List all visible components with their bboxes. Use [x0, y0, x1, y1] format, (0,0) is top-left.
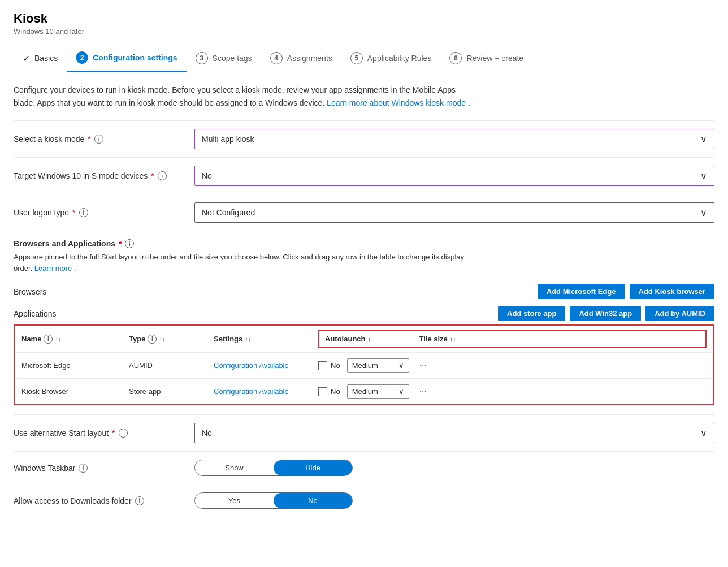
wizard-step-assignments[interactable]: 4 Assignments — [261, 45, 341, 71]
type-sort-icon[interactable]: ↑↓ — [159, 336, 165, 343]
step-num-5: 5 — [350, 52, 363, 64]
row1-name: Microsoft Edge — [21, 361, 129, 370]
row2-tilesize-dropdown[interactable]: Medium ∨ — [347, 384, 409, 399]
row2-tilesize-arrow: ∨ — [398, 387, 404, 396]
wizard-step-applicability[interactable]: 5 Applicability Rules — [341, 45, 441, 71]
downloads-no-option[interactable]: No — [274, 493, 352, 508]
downloads-info-icon[interactable]: i — [135, 496, 144, 505]
row2-more-icon[interactable]: ··· — [419, 387, 427, 397]
learn-more-link[interactable]: Learn more — [34, 264, 72, 272]
step-num-6: 6 — [449, 52, 462, 64]
row2-type: Store app — [129, 387, 214, 396]
tilesize-sort-icon[interactable]: ↑↓ — [450, 336, 456, 343]
row1-tilesize-arrow: ∨ — [398, 361, 404, 370]
type-info-icon[interactable]: i — [148, 335, 157, 344]
downloads-toggle-control[interactable]: Yes No — [194, 492, 353, 509]
wizard-step-scope[interactable]: 3 Scope tags — [187, 45, 261, 71]
row2-autolaunch-checkbox[interactable] — [318, 387, 327, 396]
browsers-apps-info-icon[interactable]: i — [125, 239, 134, 248]
add-microsoft-edge-button[interactable]: Add Microsoft Edge — [538, 284, 625, 299]
table-row: Kiosk Browser Store app Configuration Av… — [15, 379, 713, 404]
user-logon-label: User logon type * i — [14, 208, 194, 217]
wizard-step-basics[interactable]: ✓ Basics — [14, 46, 67, 71]
add-win32-app-button[interactable]: Add Win32 app — [570, 306, 641, 321]
wizard-step-applicability-label: Applicability Rules — [367, 54, 432, 63]
taskbar-show-option[interactable]: Show — [195, 460, 274, 475]
row1-settings[interactable]: Configuration Available — [214, 361, 318, 370]
wizard-step-configuration-label: Configuration settings — [93, 53, 177, 62]
kiosk-mode-info-icon[interactable]: i — [94, 135, 103, 144]
alt-start-arrow-icon: ∨ — [700, 428, 707, 439]
row1-more-icon[interactable]: ··· — [419, 361, 427, 371]
applications-action-row: Applications Add store app Add Win32 app… — [14, 302, 714, 324]
user-logon-info-icon[interactable]: i — [79, 208, 88, 217]
windows-taskbar-toggle: Show Hide — [194, 460, 714, 476]
name-info-icon[interactable]: i — [44, 335, 53, 344]
browsers-btn-group: Add Microsoft Edge Add Kiosk browser — [81, 284, 714, 299]
add-kiosk-browser-button[interactable]: Add Kiosk browser — [630, 284, 714, 299]
kiosk-mode-control: Multi app kiosk ∨ — [194, 129, 714, 149]
target-windows-arrow-icon: ∨ — [700, 171, 707, 181]
row2-name: Kiosk Browser — [21, 387, 129, 396]
kiosk-mode-dropdown[interactable]: Multi app kiosk ∨ — [194, 129, 714, 149]
alt-start-value: No — [202, 429, 212, 438]
user-logon-value: Not Configured — [202, 208, 255, 217]
alt-start-layout-label: Use alternative Start layout * i — [14, 429, 194, 438]
add-store-app-button[interactable]: Add store app — [498, 306, 565, 321]
row1-tilesize-dropdown[interactable]: Medium ∨ — [347, 358, 409, 373]
user-logon-required: * — [72, 208, 75, 217]
kiosk-mode-arrow-icon: ∨ — [700, 134, 707, 145]
table-row: Microsoft Edge AUMID Configuration Avail… — [15, 353, 713, 379]
wizard-step-configuration[interactable]: 2 Configuration settings — [67, 45, 186, 72]
add-by-aumid-button[interactable]: Add by AUMID — [645, 306, 714, 321]
kiosk-mode-value: Multi app kiosk — [202, 135, 254, 144]
wizard-step-assignments-label: Assignments — [287, 54, 332, 63]
apps-table: Name i ↑↓ Type i ↑↓ Settings ↑↓ — [14, 324, 714, 405]
row2-autolaunch-tilesize: No Medium ∨ ··· — [318, 384, 707, 399]
downloads-yes-option[interactable]: Yes — [195, 493, 274, 508]
alt-start-dropdown[interactable]: No ∨ — [194, 423, 714, 443]
check-icon: ✓ — [23, 53, 30, 64]
kiosk-mode-row: Select a kiosk mode * i Multi app kiosk … — [14, 120, 714, 157]
description-period: . — [468, 98, 470, 107]
wizard-step-scope-label: Scope tags — [213, 54, 252, 63]
target-windows-row: Target Windows 10 in S mode devices * i … — [14, 157, 714, 194]
row1-autolaunch-checkbox[interactable] — [318, 361, 327, 370]
row2-tilesize-value: Medium — [352, 387, 378, 396]
page-title: Kiosk — [14, 11, 714, 26]
windows-taskbar-label: Windows Taskbar i — [14, 464, 194, 473]
row1-autolaunch-wrap: No — [318, 361, 340, 370]
applications-label: Applications — [14, 309, 81, 318]
autolaunch-sort-icon[interactable]: ↑↓ — [368, 336, 374, 343]
step-num-3: 3 — [196, 52, 208, 64]
taskbar-toggle-control[interactable]: Show Hide — [194, 460, 353, 476]
name-sort-icon[interactable]: ↑↓ — [55, 336, 61, 343]
page-subtitle: Windows 10 and later — [14, 27, 714, 36]
browsers-apps-required: * — [119, 239, 122, 248]
user-logon-dropdown[interactable]: Not Configured ∨ — [194, 202, 714, 223]
kiosk-mode-label: Select a kiosk mode * i — [14, 135, 194, 144]
settings-sort-icon[interactable]: ↑↓ — [245, 336, 251, 343]
downloads-folder-toggle: Yes No — [194, 492, 714, 509]
target-windows-dropdown[interactable]: No ∨ — [194, 166, 714, 186]
browsers-action-row: Browsers Add Microsoft Edge Add Kiosk br… — [14, 280, 714, 302]
col-name-header: Name i ↑↓ — [21, 335, 129, 344]
page-title-block: Kiosk Windows 10 and later — [14, 11, 714, 36]
kiosk-mode-required: * — [88, 135, 90, 144]
downloads-folder-row: Allow access to Downloads folder i Yes N… — [14, 484, 714, 517]
col-autolaunch-header: Autolaunch ↑↓ — [325, 335, 374, 343]
target-windows-info-icon[interactable]: i — [158, 171, 167, 180]
row1-autolaunch-tilesize: No Medium ∨ ··· — [318, 358, 707, 373]
row2-settings[interactable]: Configuration Available — [214, 387, 318, 396]
page-description: Configure your devices to run in kiosk m… — [14, 84, 477, 109]
taskbar-info-icon[interactable]: i — [79, 464, 88, 473]
step-num-2: 2 — [76, 51, 88, 64]
col-tilesize-header: Tile size ↑↓ — [419, 335, 456, 343]
target-windows-label: Target Windows 10 in S mode devices * i — [14, 171, 194, 180]
wizard-step-review[interactable]: 6 Review + create — [440, 45, 532, 71]
alt-start-info-icon[interactable]: i — [119, 429, 128, 438]
taskbar-hide-option[interactable]: Hide — [274, 460, 352, 475]
row1-type: AUMID — [129, 361, 214, 370]
learn-more-kiosk-link[interactable]: Learn more about Windows kiosk mode — [327, 98, 466, 107]
wizard-nav: ✓ Basics 2 Configuration settings 3 Scop… — [14, 36, 714, 72]
